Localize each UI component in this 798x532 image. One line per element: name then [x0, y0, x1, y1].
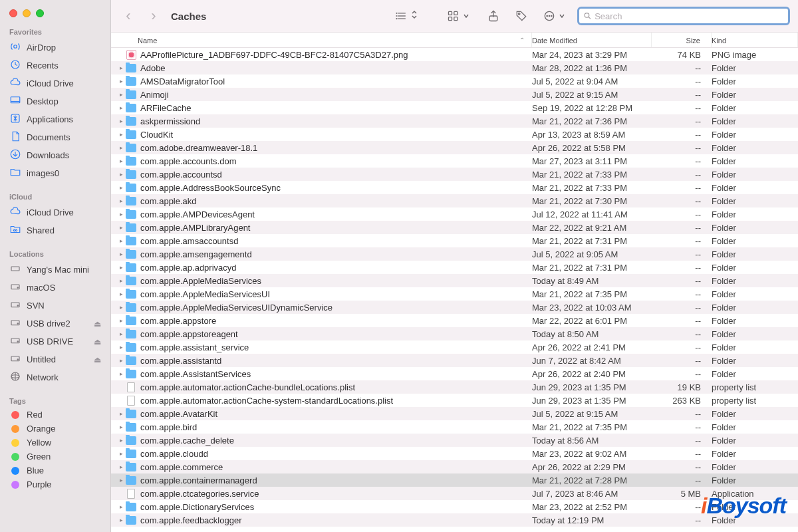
share-button[interactable]: [483, 7, 504, 25]
file-row[interactable]: com.apple.ctcategories.serviceJul 7, 202…: [111, 487, 798, 500]
close-icon[interactable]: [9, 9, 17, 17]
sidebar-item-desktop[interactable]: Desktop: [0, 92, 110, 110]
sidebar-item-shared[interactable]: Shared: [0, 221, 110, 239]
disclosure-icon[interactable]: ▸: [116, 144, 126, 151]
tag-button[interactable]: [511, 7, 532, 25]
back-button[interactable]: ‹: [119, 7, 138, 25]
file-row[interactable]: ▸com.apple.appstoreMar 22, 2022 at 6:01 …: [111, 314, 798, 327]
sidebar-item-applications[interactable]: Applications: [0, 110, 110, 128]
sidebar-item-red[interactable]: Red: [0, 408, 110, 422]
file-row[interactable]: com.apple.automator.actionCache-bundleLo…: [111, 380, 798, 394]
action-button[interactable]: [539, 7, 560, 25]
disclosure-icon[interactable]: ▸: [116, 65, 126, 71]
disclosure-icon[interactable]: ▸: [116, 118, 126, 124]
disclosure-icon[interactable]: ▸: [116, 357, 126, 364]
sidebar-item-network[interactable]: Network: [0, 368, 110, 386]
group-button[interactable]: [443, 7, 464, 25]
sidebar-item-airdrop[interactable]: AirDrop: [0, 39, 110, 57]
sidebar-item-orange[interactable]: Orange: [0, 422, 110, 436]
file-row[interactable]: ▸com.apple.AssistantServicesApr 26, 2022…: [111, 367, 798, 380]
col-size[interactable]: Size: [652, 33, 712, 47]
disclosure-icon[interactable]: ▸: [116, 304, 126, 311]
file-row[interactable]: ▸com.apple.cache_deleteToday at 8:56 AM-…: [111, 434, 798, 447]
file-row[interactable]: ▸askpermissiondMar 21, 2022 at 7:36 PM--…: [111, 114, 798, 128]
file-row[interactable]: ▸ARFileCacheSep 19, 2022 at 12:28 PM--Fo…: [111, 101, 798, 114]
file-row[interactable]: ▸com.apple.accounts.domMar 27, 2023 at 3…: [111, 154, 798, 168]
forward-button[interactable]: ›: [144, 7, 163, 25]
sidebar-item-usb-drive[interactable]: USB DRIVE⏏: [0, 332, 110, 350]
disclosure-icon[interactable]: ▸: [116, 184, 126, 191]
file-row[interactable]: ▸com.apple.assistant_serviceApr 26, 2022…: [111, 340, 798, 354]
disclosure-icon[interactable]: ▸: [116, 344, 126, 350]
disclosure-icon[interactable]: ▸: [116, 158, 126, 164]
view-chevron-icon[interactable]: [411, 9, 418, 23]
disclosure-icon[interactable]: ▸: [116, 450, 126, 457]
disclosure-icon[interactable]: ▸: [116, 370, 126, 377]
sidebar-item-purple[interactable]: Purple: [0, 477, 110, 491]
sidebar-item-images0[interactable]: images0: [0, 164, 110, 182]
disclosure-icon[interactable]: ▸: [116, 224, 126, 231]
action-chevron-icon[interactable]: [559, 10, 565, 22]
file-row[interactable]: ▸com.apple.DictionaryServicesMar 23, 202…: [111, 500, 798, 513]
disclosure-icon[interactable]: ▸: [116, 424, 126, 430]
disclosure-icon[interactable]: ▸: [116, 517, 126, 523]
sidebar-item-macos[interactable]: macOS: [0, 279, 110, 297]
file-row[interactable]: ▸com.apple.AppleMediaServicesUIDynamicSe…: [111, 301, 798, 314]
eject-icon[interactable]: ⏏: [94, 319, 101, 329]
col-name[interactable]: Name⌃: [111, 33, 532, 47]
search-field[interactable]: [577, 7, 790, 25]
disclosure-icon[interactable]: ▸: [116, 78, 126, 84]
disclosure-icon[interactable]: ▸: [116, 291, 126, 297]
file-row[interactable]: ▸com.apple.AddressBookSourceSyncMar 21, …: [111, 181, 798, 194]
file-row[interactable]: ▸com.apple.AvatarKitJul 5, 2022 at 9:15 …: [111, 407, 798, 420]
disclosure-icon[interactable]: ▸: [116, 104, 126, 111]
sidebar-item-usb-drive2[interactable]: USB drive2⏏: [0, 315, 110, 332]
view-list-button[interactable]: [391, 7, 412, 25]
file-row[interactable]: ▸AMSDataMigratorToolJul 5, 2022 at 9:04 …: [111, 74, 798, 88]
disclosure-icon[interactable]: ▸: [116, 331, 126, 337]
disclosure-icon[interactable]: ▸: [116, 477, 126, 483]
sidebar-item-recents[interactable]: Recents: [0, 57, 110, 74]
eject-icon[interactable]: ⏏: [94, 355, 101, 364]
sidebar-item-svn[interactable]: SVN: [0, 297, 110, 315]
file-row[interactable]: AAProfilePicture_1ADBF697-DDFC-49CB-BFC2…: [111, 48, 798, 61]
file-row[interactable]: com.apple.automator.actionCache-system-s…: [111, 394, 798, 407]
file-row[interactable]: ▸com.apple.appstoreagentToday at 8:50 AM…: [111, 327, 798, 340]
disclosure-icon[interactable]: ▸: [116, 317, 126, 324]
file-row[interactable]: ▸com.apple.feedbackloggerToday at 12:19 …: [111, 513, 798, 527]
file-row[interactable]: ▸com.apple.birdMar 21, 2022 at 7:35 PM--…: [111, 420, 798, 434]
disclosure-icon[interactable]: ▸: [116, 198, 126, 204]
file-row[interactable]: ▸com.adobe.dreamweaver-18.1Apr 26, 2022 …: [111, 141, 798, 154]
zoom-icon[interactable]: [36, 9, 44, 17]
file-row[interactable]: ▸AnimojiJul 5, 2022 at 9:15 AM--Folder: [111, 88, 798, 101]
sidebar-item-icloud-drive[interactable]: iCloud Drive: [0, 203, 110, 221]
file-row[interactable]: ▸com.apple.commerceApr 26, 2022 at 2:29 …: [111, 460, 798, 473]
file-row[interactable]: ▸com.apple.AppleMediaServicesToday at 8:…: [111, 274, 798, 287]
file-row[interactable]: ▸com.apple.clouddMar 23, 2022 at 9:02 AM…: [111, 447, 798, 460]
sidebar-item-yellow[interactable]: Yellow: [0, 436, 110, 450]
disclosure-icon[interactable]: ▸: [116, 264, 126, 271]
file-row[interactable]: ▸AdobeMar 28, 2022 at 1:36 PM--Folder: [111, 61, 798, 74]
sidebar-item-icloud-drive[interactable]: iCloud Drive: [0, 74, 110, 92]
sidebar-item-green[interactable]: Green: [0, 450, 110, 464]
col-kind[interactable]: Kind: [712, 33, 798, 47]
disclosure-icon[interactable]: ▸: [116, 171, 126, 178]
sidebar-item-blue[interactable]: Blue: [0, 464, 110, 477]
disclosure-icon[interactable]: ▸: [116, 277, 126, 284]
disclosure-icon[interactable]: ▸: [116, 251, 126, 257]
disclosure-icon[interactable]: ▸: [116, 237, 126, 244]
sidebar-item-documents[interactable]: Documents: [0, 128, 110, 146]
file-row[interactable]: ▸com.apple.assistantdJun 7, 2022 at 8:42…: [111, 354, 798, 367]
file-row[interactable]: ▸com.apple.amsaccountsdMar 21, 2022 at 7…: [111, 234, 798, 247]
file-list[interactable]: AAProfilePicture_1ADBF697-DDFC-49CB-BFC2…: [111, 48, 798, 532]
sidebar-item-yang-s-mac-mini[interactable]: Yang's Mac mini: [0, 261, 110, 279]
disclosure-icon[interactable]: ▸: [116, 437, 126, 444]
disclosure-icon[interactable]: ▸: [116, 131, 126, 138]
disclosure-icon[interactable]: ▸: [116, 503, 126, 510]
file-row[interactable]: ▸com.apple.ap.adprivacydMar 21, 2022 at …: [111, 261, 798, 274]
minimize-icon[interactable]: [23, 9, 31, 17]
group-chevron-icon[interactable]: [463, 10, 469, 22]
file-row[interactable]: ▸com.apple.AMPDevicesAgentJul 12, 2022 a…: [111, 207, 798, 221]
file-row[interactable]: ▸com.apple.AppleMediaServicesUIMar 21, 2…: [111, 287, 798, 301]
file-row[interactable]: ▸CloudKitApr 13, 2023 at 8:59 AM--Folder: [111, 128, 798, 141]
